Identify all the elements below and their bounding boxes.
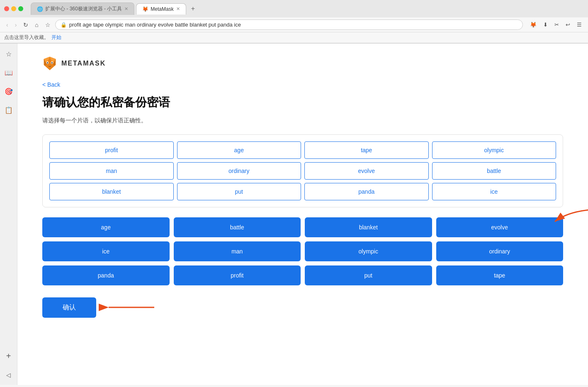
- answer-btn-man[interactable]: man: [174, 241, 301, 261]
- bookmarks-bar: 点击这里导入收藏。 开始: [0, 32, 588, 43]
- scissors-icon[interactable]: ✂: [552, 20, 561, 29]
- word-chip-olympic[interactable]: olympic: [432, 141, 556, 159]
- tab-metamask-favicon: 🦊: [142, 6, 148, 12]
- main-content: METAMASK < Back 请确认您的私密备份密语 请选择每一个片语，以确保…: [17, 44, 588, 385]
- answer-btn-put[interactable]: put: [305, 265, 432, 285]
- tab-ext[interactable]: 🌐 扩展中心 - 360极速浏览器 - 小工具 ✕: [31, 2, 134, 15]
- tab-ext-close[interactable]: ✕: [124, 6, 128, 12]
- sidebar-collapse-icon[interactable]: ◁: [4, 369, 13, 381]
- answer-btn-ice[interactable]: ice: [42, 241, 170, 261]
- tab-metamask-label: MetaMask: [151, 6, 173, 12]
- bookmarks-start-link[interactable]: 开始: [51, 34, 61, 41]
- new-tab-button[interactable]: +: [188, 3, 198, 14]
- arrow-annotation-2: [100, 297, 154, 318]
- tab-ext-favicon: 🌐: [37, 6, 43, 12]
- traffic-light-red[interactable]: [4, 6, 9, 11]
- sidebar: ☆ 📖 🎯 📋 + ◁: [0, 44, 17, 385]
- undo-icon[interactable]: ↩: [564, 20, 572, 29]
- answer-btn-battle[interactable]: battle: [174, 217, 301, 237]
- menu-icon[interactable]: ☰: [575, 20, 584, 29]
- tab-ext-label: 扩展中心 - 360极速浏览器 - 小工具: [45, 5, 122, 12]
- navbar: ‹ › ↻ ⌂ ☆ 🔒 profit age tape olympic man …: [0, 17, 588, 32]
- nav-icons: 🦊 ⬇ ✂ ↩ ☰: [528, 20, 584, 29]
- answer-btn-ordinary[interactable]: ordinary: [436, 241, 564, 261]
- word-chip-panda[interactable]: panda: [304, 183, 429, 200]
- word-selection-area: profitagetapeolympicmanordinaryevolvebat…: [42, 134, 563, 207]
- tab-metamask-close[interactable]: ✕: [176, 6, 180, 12]
- word-chip-tape[interactable]: tape: [304, 141, 429, 159]
- confirm-row: 确认: [42, 297, 563, 318]
- word-chip-evolve[interactable]: evolve: [304, 162, 429, 180]
- confirm-button[interactable]: 确认: [42, 297, 96, 318]
- answer-btn-tape[interactable]: tape: [436, 265, 564, 285]
- back-button[interactable]: ‹: [4, 20, 10, 29]
- download-icon[interactable]: ⬇: [541, 20, 550, 29]
- answer-grid: agebattleblanketevolveicemanolympicordin…: [42, 217, 563, 285]
- sidebar-add-icon[interactable]: +: [4, 349, 14, 363]
- answer-btn-evolve[interactable]: evolve: [436, 217, 564, 237]
- traffic-lights: [4, 6, 23, 11]
- metamask-brand-name: METAMASK: [61, 60, 106, 67]
- home-button[interactable]: ⌂: [33, 20, 40, 29]
- word-chip-put[interactable]: put: [177, 183, 301, 200]
- word-chip-ice[interactable]: ice: [432, 183, 556, 200]
- url-bar[interactable]: 🔒 profit age tape olympic man ordinary e…: [55, 19, 523, 30]
- svg-point-9: [51, 62, 53, 64]
- word-chip-profit[interactable]: profit: [49, 141, 174, 159]
- forward-button[interactable]: ›: [13, 20, 19, 29]
- svg-point-8: [47, 62, 48, 64]
- tab-metamask[interactable]: 🦊 MetaMask ✕: [136, 3, 186, 15]
- answer-btn-olympic[interactable]: olympic: [305, 241, 432, 261]
- word-grid: profitagetapeolympicmanordinaryevolvebat…: [49, 141, 556, 200]
- answer-btn-profit[interactable]: profit: [174, 265, 301, 285]
- word-chip-blanket[interactable]: blanket: [49, 183, 174, 200]
- arrow-annotation-1: [547, 205, 588, 238]
- page-title: 请确认您的私密备份密语: [42, 95, 563, 110]
- metamask-logo: METAMASK: [42, 56, 563, 71]
- word-chip-man[interactable]: man: [49, 162, 174, 180]
- metamask-fox-icon: [42, 56, 57, 71]
- traffic-light-green[interactable]: [18, 6, 23, 11]
- bookmarks-text: 点击这里导入收藏。: [4, 34, 49, 41]
- sidebar-star-icon[interactable]: ☆: [3, 48, 14, 61]
- secure-icon: 🔒: [61, 22, 67, 28]
- sidebar-book-icon[interactable]: 📖: [2, 66, 15, 79]
- sidebar-target-icon[interactable]: 🎯: [2, 85, 15, 98]
- refresh-button[interactable]: ↻: [21, 20, 30, 29]
- word-chip-ordinary[interactable]: ordinary: [177, 162, 301, 180]
- word-chip-battle[interactable]: battle: [432, 162, 556, 180]
- traffic-light-yellow[interactable]: [11, 6, 16, 11]
- answer-btn-panda[interactable]: panda: [42, 265, 170, 285]
- answer-btn-age[interactable]: age: [42, 217, 170, 237]
- answer-btn-blanket[interactable]: blanket: [305, 217, 432, 237]
- sidebar-note-icon[interactable]: 📋: [2, 104, 15, 117]
- back-link[interactable]: < Back: [42, 81, 60, 88]
- star-button[interactable]: ☆: [43, 20, 53, 29]
- answer-area: agebattleblanketevolveicemanolympicordin…: [42, 217, 563, 285]
- word-chip-age[interactable]: age: [177, 141, 301, 159]
- url-text: profit age tape olympic man ordinary evo…: [69, 22, 241, 28]
- metamask-nav-icon[interactable]: 🦊: [528, 20, 539, 29]
- page-subtitle: 请选择每一个片语，以确保片语正确性。: [42, 117, 563, 124]
